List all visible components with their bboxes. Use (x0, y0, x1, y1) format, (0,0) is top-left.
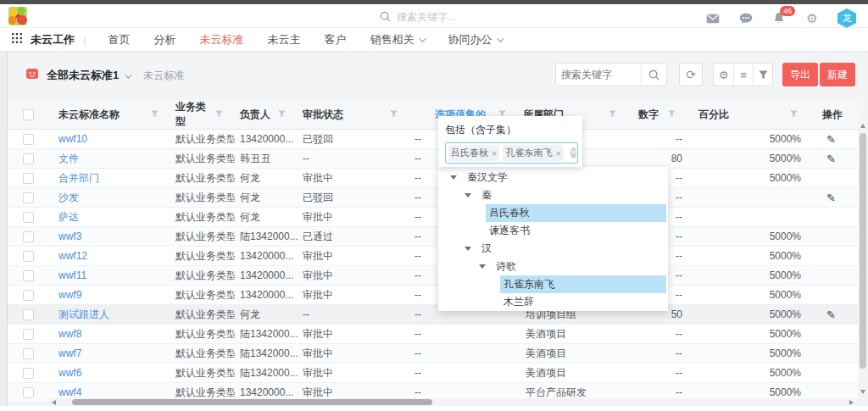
row-checkbox[interactable] (23, 270, 34, 281)
filter-icon[interactable] (668, 108, 676, 120)
tree-expand-icon[interactable] (479, 264, 486, 269)
horizontal-scrollbar[interactable] (49, 398, 858, 406)
gear-icon[interactable]: ⚙ (804, 11, 820, 26)
records-table: 未云标准名称业务类型负责人审批状态选项值集的所属部门数字百分比操作 wwf10默… (8, 100, 858, 398)
view-selector-caret-icon[interactable] (125, 71, 131, 78)
row-checkbox[interactable] (23, 192, 34, 203)
cell-owner: 何龙 (235, 188, 298, 208)
tree-node[interactable]: 吕氏春秋 (438, 204, 668, 222)
filter-icon[interactable] (215, 108, 223, 120)
select-all-checkbox[interactable] (23, 109, 34, 120)
record-link[interactable]: wwf10 (58, 133, 87, 145)
record-link[interactable]: wwf11 (58, 269, 86, 281)
tree-node[interactable]: 汉 (438, 240, 668, 258)
row-checkbox[interactable] (23, 134, 34, 145)
list-search-input[interactable] (556, 69, 641, 81)
record-link[interactable]: wwf12 (58, 250, 87, 262)
apps-grid-icon[interactable] (12, 33, 22, 46)
row-checkbox[interactable] (23, 329, 34, 340)
record-link[interactable]: 萨达 (58, 211, 79, 223)
tree-node[interactable]: 秦 (438, 186, 668, 204)
nav-item-1[interactable]: 首页 (108, 32, 130, 47)
nav-item-3[interactable]: 未云标准 (199, 32, 243, 47)
clear-input-icon[interactable]: ✕ (570, 147, 577, 158)
tree-node[interactable]: 孔雀东南飞 (438, 275, 668, 293)
filter-button[interactable] (753, 64, 772, 86)
row-checkbox[interactable] (23, 368, 34, 379)
filter-icon[interactable] (609, 108, 616, 120)
row-checkbox[interactable] (23, 251, 34, 262)
row-checkbox[interactable] (23, 387, 34, 398)
scroll-right-icon[interactable] (849, 400, 854, 405)
scroll-up-icon[interactable] (860, 124, 865, 128)
tree-expand-icon[interactable] (450, 175, 457, 180)
columns-button[interactable]: ≡ (733, 64, 753, 86)
record-link[interactable]: wwf7 (58, 347, 81, 359)
workspace-title[interactable]: 未云工作 (31, 32, 75, 47)
edit-icon[interactable]: ✎ (826, 192, 836, 204)
create-button[interactable]: 新建 (820, 63, 855, 86)
filter-icon[interactable] (390, 108, 398, 120)
chat-icon[interactable] (738, 11, 754, 26)
horizontal-scroll-thumb[interactable] (72, 399, 432, 405)
edit-icon[interactable]: ✎ (826, 308, 836, 321)
row-checkbox[interactable] (23, 231, 34, 242)
record-link[interactable]: wwf3 (58, 230, 81, 242)
row-checkbox[interactable] (23, 309, 34, 320)
record-link[interactable]: 沙发 (58, 192, 79, 203)
nav-item-2[interactable]: 分析 (153, 32, 175, 47)
record-link[interactable]: wwf6 (58, 367, 81, 379)
bell-icon[interactable]: 46 (771, 11, 787, 26)
tree-node[interactable]: 木兰辞 (438, 293, 668, 311)
nav-item-5[interactable]: 客户 (324, 32, 346, 47)
record-link[interactable]: wwf4 (58, 386, 81, 398)
global-search[interactable]: 搜索关键字... (380, 10, 456, 25)
app-logo[interactable] (8, 7, 27, 25)
record-link[interactable]: 测试跟进人 (58, 308, 109, 320)
row-checkbox[interactable] (23, 153, 34, 164)
remove-tag-icon[interactable]: × (492, 148, 497, 158)
vertical-scrollbar[interactable] (858, 119, 867, 398)
row-checkbox[interactable] (23, 173, 34, 184)
row-checkbox-cell (8, 208, 48, 227)
row-checkbox-cell (8, 286, 48, 305)
view-title[interactable]: 全部未云标准1 (47, 68, 119, 83)
record-link[interactable]: 合并部门 (58, 172, 99, 184)
nav-item-6[interactable]: 销售相关 (370, 32, 424, 47)
filter-tag-input[interactable]: 吕氏春秋×孔雀东南飞× ✕ (445, 142, 578, 164)
cell-percent: 5000% (687, 227, 810, 247)
row-checkbox[interactable] (23, 290, 34, 301)
tree-node[interactable]: 诗歌 (438, 258, 668, 275)
scroll-left-icon[interactable] (52, 400, 56, 405)
filter-icon[interactable] (278, 108, 286, 120)
filter-icon[interactable] (790, 108, 798, 120)
nav-item-7[interactable]: 协同办公 (448, 32, 502, 47)
row-checkbox-cell (8, 305, 48, 325)
record-link[interactable]: 文件 (58, 153, 79, 164)
row-checkbox[interactable] (23, 212, 34, 223)
vertical-scroll-thumb[interactable] (860, 133, 866, 369)
tree-node[interactable]: 谏逐客书 (438, 222, 668, 240)
record-link[interactable]: wwf8 (58, 328, 81, 340)
scroll-down-icon[interactable] (860, 390, 865, 394)
remove-tag-icon[interactable]: × (555, 148, 560, 158)
refresh-button[interactable]: ⟳ (679, 63, 703, 86)
edit-icon[interactable]: ✎ (826, 153, 836, 165)
tree-expand-icon[interactable] (465, 193, 471, 197)
cell-actions (810, 344, 858, 364)
user-avatar[interactable]: 龙 (837, 8, 856, 28)
filter-icon[interactable] (151, 108, 159, 120)
nav-item-4[interactable]: 未云主 (267, 32, 300, 47)
cell-percent: 5000% (687, 286, 810, 305)
column-label: 百分比 (698, 108, 729, 122)
settings-button[interactable]: ⚙ (714, 64, 733, 86)
tree-expand-icon[interactable] (465, 247, 471, 251)
export-button[interactable]: 导出 (782, 63, 818, 86)
record-link[interactable]: wwf9 (58, 289, 81, 301)
tree-node[interactable]: 秦汉文学 (438, 169, 668, 186)
mail-icon[interactable] (705, 11, 721, 26)
list-search-button[interactable] (641, 64, 666, 86)
cell-owner: 陆1342000... (235, 344, 298, 364)
row-checkbox[interactable] (23, 348, 34, 359)
edit-icon[interactable]: ✎ (826, 133, 836, 146)
